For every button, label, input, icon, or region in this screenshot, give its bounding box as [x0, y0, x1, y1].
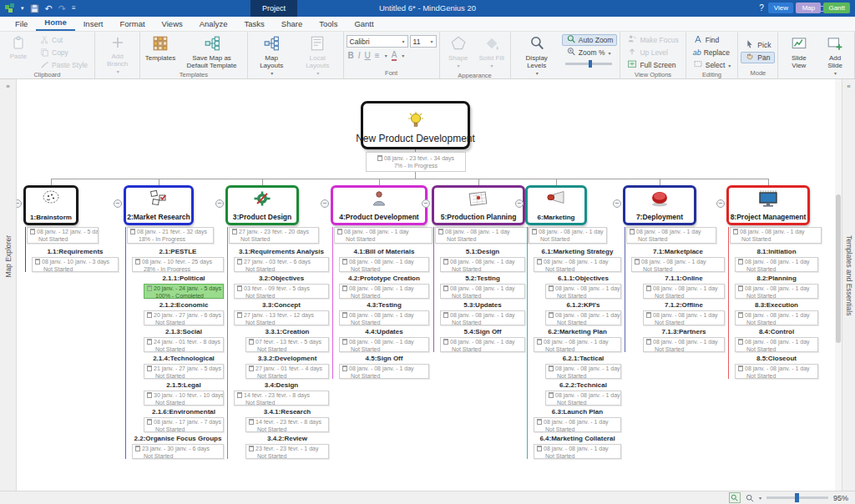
- qat-customize-icon[interactable]: ≡: [72, 3, 76, 14]
- branch-dates[interactable]: 08 janv. - 08 janv. - 1 dayNot Started: [435, 227, 529, 244]
- topic-dates[interactable]: 08 janv. - 08 janv. - 1 dayNot Started: [339, 310, 429, 325]
- topic-dates[interactable]: 30 janv. - 10 févr. - 10 daysNot Started: [144, 391, 224, 406]
- topic-dates[interactable]: 08 janv. - 08 janv. - 1 dayNot Started: [440, 310, 525, 325]
- topic-label[interactable]: 2.1.1:Political: [144, 274, 224, 284]
- fit-map-button[interactable]: [729, 492, 741, 503]
- zoom--button[interactable]: Zoom %▾: [562, 47, 618, 58]
- topic-dates[interactable]: 08 janv. - 08 janv. - 1 dayNot Started: [735, 337, 818, 352]
- topic-dates[interactable]: 08 janv. - 08 janv. - 1 dayNot Started: [534, 444, 621, 459]
- topic-label[interactable]: 3.2:Objectives: [234, 274, 329, 284]
- topic-label[interactable]: 5.2:Testing: [440, 274, 525, 284]
- expand-panel-icon[interactable]: «: [842, 83, 855, 90]
- collapse-toggle[interactable]: −: [17, 199, 22, 208]
- tab-insert[interactable]: Insert: [75, 18, 112, 31]
- topic-dates[interactable]: 27 janv. - 13 févr. - 12 daysNot Started: [234, 310, 329, 325]
- topic-dates[interactable]: 03 févr. - 09 févr. - 5 daysNot Started: [234, 284, 329, 299]
- topic-label[interactable]: 2.2:Organise Focus Groups: [132, 434, 224, 444]
- topic-label[interactable]: 6.1.1:Objectives: [545, 274, 621, 284]
- templates-button[interactable]: Templates: [143, 33, 177, 63]
- topic-dates[interactable]: 23 janv. - 30 janv. - 6 daysNot Started: [132, 444, 224, 459]
- branch-node[interactable]: 3:Product Design: [225, 185, 299, 225]
- branch-dates[interactable]: 08 janv. - 08 janv. - 1 dayNot Started: [730, 227, 822, 244]
- topic-dates[interactable]: 08 janv. - 08 janv. - 1 dayNot Started: [534, 257, 621, 272]
- branch-node[interactable]: 2:Market Research: [124, 185, 194, 225]
- topic-dates[interactable]: 14 févr. - 23 févr. - 8 daysNot Started: [234, 391, 329, 406]
- topic-dates[interactable]: 08 janv. - 08 janv. - 1 dayNot Started: [339, 257, 429, 272]
- root-dates[interactable]: 08 janv. - 23 févr. - 34 days7% - In Pro…: [366, 152, 466, 172]
- bold-button[interactable]: B: [348, 51, 354, 60]
- branch-dates[interactable]: 08 janv. - 08 janv. - 1 dayNot Started: [529, 227, 607, 244]
- topic-label[interactable]: 1.1:Requirements: [32, 247, 119, 257]
- topic-dates[interactable]: 20 janv. - 27 janv. - 6 daysNot Started: [144, 310, 224, 325]
- topic-dates[interactable]: 20 janv. - 24 janv. - 5 days100% - Compl…: [144, 284, 224, 299]
- branch-dates[interactable]: 08 janv. - 08 janv. - 1 dayNot Started: [626, 227, 716, 244]
- map-layouts-button[interactable]: Map Layouts ▾: [250, 33, 293, 79]
- topic-label[interactable]: 3.4.2:Review: [245, 434, 329, 444]
- topic-label[interactable]: 3.3.1:Creation: [245, 327, 329, 337]
- auto-zoom-button[interactable]: Auto Zoom: [562, 34, 618, 46]
- topic-dates[interactable]: 23 févr. - 23 févr. - 1 dayNot Started: [245, 444, 329, 459]
- topic-dates[interactable]: 08 janv. - 17 janv. - 7 daysNot Started: [144, 417, 224, 432]
- find-button[interactable]: Find: [689, 34, 736, 46]
- topic-label[interactable]: 8.5:Closeout: [735, 354, 818, 364]
- topic-dates[interactable]: 08 janv. - 08 janv. - 1 dayNot Started: [545, 284, 621, 299]
- pan-button[interactable]: Pan: [741, 52, 775, 63]
- topic-label[interactable]: 6.1:Marketing Strategy−: [534, 247, 621, 257]
- branch-node[interactable]: 5:Production Planning: [432, 185, 525, 225]
- tab-file[interactable]: File: [7, 18, 36, 31]
- collapse-toggle[interactable]: −: [114, 199, 122, 208]
- topic-label[interactable]: 2.1:PESTLE−: [132, 247, 224, 257]
- topic-dates[interactable]: 08 janv. - 08 janv. - 1 dayNot Started: [534, 417, 621, 432]
- topic-label[interactable]: 7.1.3:Partners: [643, 327, 725, 337]
- topic-dates[interactable]: 14 févr. - 23 févr. - 8 daysNot Started: [245, 417, 329, 432]
- branch-dates[interactable]: 08 janv. - 21 févr. - 32 days18% - In Pr…: [127, 227, 214, 244]
- topic-label[interactable]: 2.1.3:Social: [144, 327, 224, 337]
- pick-button[interactable]: Pick: [741, 39, 775, 51]
- branch-node[interactable]: 4:Product Development: [331, 185, 428, 225]
- slide-view-button[interactable]: Slide View: [781, 33, 817, 71]
- redo-icon[interactable]: ↷: [58, 3, 66, 14]
- branch-node[interactable]: 7:Deployment: [623, 185, 696, 225]
- undo-icon[interactable]: ↶: [45, 3, 53, 14]
- topic-dates[interactable]: 27 janv. - 01 févr. - 4 daysNot Started: [245, 364, 329, 379]
- gantt-view-button[interactable]: Gantt: [823, 3, 850, 13]
- topic-dates[interactable]: 21 janv. - 27 janv. - 5 daysNot Started: [144, 364, 224, 379]
- topic-dates[interactable]: 27 janv. - 03 févr. - 6 daysNot Started: [234, 257, 329, 272]
- topic-label[interactable]: 4.5:Sign Off: [339, 354, 429, 364]
- topic-dates[interactable]: 08 janv. - 08 janv. - 1 dayNot Started: [735, 284, 818, 299]
- topic-dates[interactable]: 08 janv. - 08 janv. - 1 dayNot Started: [545, 391, 621, 406]
- display-levels-button[interactable]: Display Levels ▾: [514, 33, 560, 79]
- topic-label[interactable]: 2.1.5:Legal: [144, 381, 224, 391]
- tab-home[interactable]: Home: [36, 16, 74, 31]
- tab-tasks[interactable]: Tasks: [236, 18, 273, 31]
- topic-dates[interactable]: 08 janv. - 08 janv. - 1 dayNot Started: [534, 337, 621, 352]
- topic-label[interactable]: 6.4:Marketing Collateral−: [534, 434, 621, 444]
- expand-panel-icon[interactable]: »: [0, 83, 16, 90]
- project-button[interactable]: Project: [250, 0, 297, 17]
- save-map-as-default-template-button[interactable]: Save Map as Default Template: [180, 33, 245, 71]
- branch-dates[interactable]: 08 janv. - 08 janv. - 1 dayNot Started: [334, 227, 433, 244]
- topic-label[interactable]: 2.1.2:Economic: [144, 300, 224, 310]
- map-canvas[interactable]: New Product Development08 janv. - 23 fév…: [17, 79, 842, 491]
- topic-dates[interactable]: 08 janv. - 08 janv. - 1 dayNot Started: [643, 337, 725, 352]
- collapse-toggle[interactable]: −: [215, 199, 224, 208]
- topic-label[interactable]: 4.2:Prototype Creation: [339, 274, 429, 284]
- topic-dates[interactable]: 08 janv. - 10 févr. - 25 days28% - In Pr…: [132, 257, 224, 272]
- topic-dates[interactable]: 07 févr. - 13 févr. - 5 daysNot Started: [245, 337, 329, 352]
- collapse-toggle[interactable]: −: [515, 199, 524, 208]
- qat-dropdown-icon[interactable]: ▾: [21, 3, 24, 14]
- topic-dates[interactable]: 08 janv. - 08 janv. - 1 dayNot Started: [339, 364, 429, 379]
- select-button[interactable]: Select▾: [689, 59, 736, 71]
- topic-label[interactable]: 3.1:Requirements Analysis: [234, 247, 329, 257]
- topic-dates[interactable]: 08 janv. - 08 janv. - 1 dayNot Started: [643, 284, 725, 299]
- topic-label[interactable]: 3.3.2:Development: [245, 354, 329, 364]
- topic-dates[interactable]: 08 janv. - 08 janv. - 1 dayNot Started: [339, 284, 429, 299]
- templates-essentials-panel[interactable]: « Templates and Essentials: [842, 79, 855, 491]
- topic-label[interactable]: 7.1.1:Online: [643, 274, 725, 284]
- branch-node[interactable]: 1:Brainstorm: [23, 185, 78, 225]
- map-view-button[interactable]: Map: [796, 3, 821, 13]
- topic-label[interactable]: 6.2:Marketing Plan−: [534, 327, 621, 337]
- topic-label[interactable]: 3.4:Design−: [234, 381, 329, 391]
- topic-label[interactable]: 3.4.1:Research: [245, 407, 329, 417]
- tab-format[interactable]: Format: [111, 18, 153, 31]
